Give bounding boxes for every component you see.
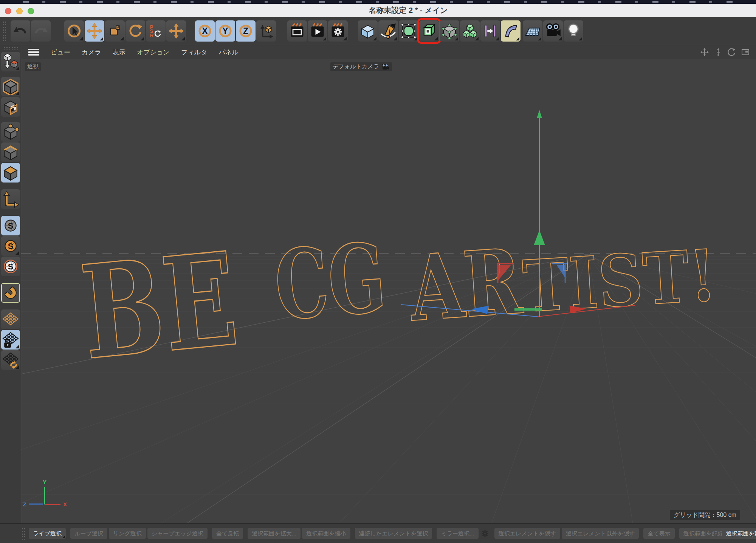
polygon-mode-icon [2,164,19,181]
model-mode-button[interactable] [1,77,20,96]
select-connected-command[interactable]: 連続したエレメントを選択 [355,528,432,539]
invert-all-command[interactable]: 全て反転 [212,528,243,539]
cloner-button[interactable] [460,20,480,42]
point-mode-button[interactable] [1,122,20,142]
svg-text:X: X [202,26,208,36]
scene-word-tist: TIST! [521,233,719,328]
show-all-command[interactable]: 全て表示 [643,528,674,539]
sharp-edge-selection-command[interactable]: シャープエッジ選択 [147,528,208,539]
convert-selection-command[interactable]: 選択範囲を変 [722,528,756,539]
render-picture-viewer-button[interactable] [308,20,327,42]
axis-indicator: Y Z X [23,479,67,507]
redo-button[interactable] [31,20,51,42]
lock-x-axis-button[interactable]: X [195,20,215,42]
live-selection-command[interactable]: ライブ選択 [29,528,66,539]
scene-word-ar: AR [406,229,526,342]
light-button[interactable] [564,20,583,42]
mirror-options-slot[interactable] [480,528,490,539]
workplane-lock-button[interactable] [1,330,20,350]
loop-selection-command[interactable]: ループ選択 [70,528,107,539]
lock-z-axis-button[interactable]: Z [236,20,256,42]
vp-menu-view[interactable]: ビュー [51,48,70,57]
psr-record-button[interactable]: P S R [146,20,166,42]
scene-text-spline[interactable]: BE CG AR TIST! [75,221,719,388]
render-settings-button[interactable] [328,20,348,42]
scale-tool-button[interactable] [105,20,125,42]
render-settings-icon [330,23,346,39]
shrink-selection-command[interactable]: 選択範囲を縮小 [302,528,350,539]
move-alt-button[interactable] [166,20,186,42]
snap-auto-button[interactable]: S [1,216,20,235]
viewport-hamburger-menu[interactable] [28,49,39,56]
vp-menu-display[interactable]: 表示 [113,48,125,57]
axis-lock-group: X Y Z [195,20,277,42]
ring-selection-command[interactable]: リング選択 [109,528,146,539]
live-selection-icon [66,23,82,39]
render-group [287,20,349,42]
viewport-scene: BE CG AR TIST! [21,59,756,523]
hide-unselected-command[interactable]: 選択エレメント以外を隠す [562,528,639,539]
orbit-icon[interactable] [727,48,736,57]
move-icon [87,23,102,39]
live-selection-button[interactable] [64,20,84,42]
vp-menu-panel[interactable]: パネル [219,48,239,57]
pen-spline-button[interactable] [378,20,398,42]
edge-mode-button[interactable] [1,142,20,162]
point-mode-icon [2,123,19,141]
workplane-button[interactable] [1,309,20,329]
viewport-canvas[interactable]: BE CG AR TIST! [21,59,756,523]
undo-button[interactable] [11,20,30,42]
bottombar-grip[interactable] [21,528,26,540]
render-view-button[interactable] [287,20,307,42]
subdivision-surface-button[interactable] [399,20,418,42]
svg-text:S: S [8,262,13,271]
snap-on-button[interactable]: S [1,236,20,256]
record-rotate-icon [154,30,161,37]
record-selection-command[interactable]: 選択範囲を記録 [679,528,727,539]
pan-icon[interactable] [700,48,709,57]
gizmo-xz-handle[interactable] [514,308,542,311]
lock-y-axis-button[interactable]: Y [215,20,235,42]
rotate-icon [127,23,143,39]
extrude-generator-button[interactable] [419,20,439,42]
rotate-tool-button[interactable] [125,20,145,42]
symmetry-button[interactable] [480,20,500,42]
deformer-button[interactable] [440,20,459,42]
axis-mode-button[interactable] [1,189,20,209]
hide-selected-command[interactable]: 選択エレメントを隠す [494,528,560,539]
camera-mini-icon [381,64,390,70]
gizmo-y-arrowhead[interactable] [534,230,545,245]
vp-menu-filter[interactable]: フィルタ [181,48,208,57]
snap-3d-button[interactable]: S [1,257,20,276]
mirror-selection-command[interactable]: ミラー選択... [437,528,478,539]
view-type-label[interactable]: 透視 [25,62,41,71]
magnet-snap-button[interactable] [1,283,20,303]
polygon-mode-button[interactable] [1,163,20,183]
object-tools-group [358,20,521,42]
cube-primitive-icon [359,23,376,39]
sidebar-grip[interactable] [3,46,18,51]
model-mode-icon [2,78,19,95]
floor-button[interactable] [523,20,542,42]
camera-button[interactable] [543,20,563,42]
vp-menu-options[interactable]: オプション [137,48,170,57]
undo-group [11,20,51,42]
coordinate-system-icon [258,23,274,39]
active-camera-label[interactable]: デフォルトカメラ [330,62,392,71]
make-editable-button[interactable] [1,52,20,71]
grow-selection-command[interactable]: 選択範囲を拡大... [248,528,301,539]
lock-z-icon: Z [238,23,254,39]
magnet-icon [2,284,19,302]
dolly-icon[interactable] [714,48,723,57]
workplane-rotate-button[interactable] [1,350,20,370]
cube-primitive-button[interactable] [358,20,378,42]
maximize-icon[interactable] [741,48,750,57]
coordinate-system-button[interactable] [256,20,276,42]
vp-menu-camera[interactable]: カメラ [82,48,101,57]
svg-text:S: S [8,241,13,251]
grid-spacing-label: グリッド間隔：500 cm [670,510,740,520]
move-tool-button[interactable] [85,20,104,42]
spline-wedge-button[interactable] [501,20,521,42]
texture-mode-button[interactable] [1,97,20,117]
toolbar-grip[interactable] [2,20,6,42]
